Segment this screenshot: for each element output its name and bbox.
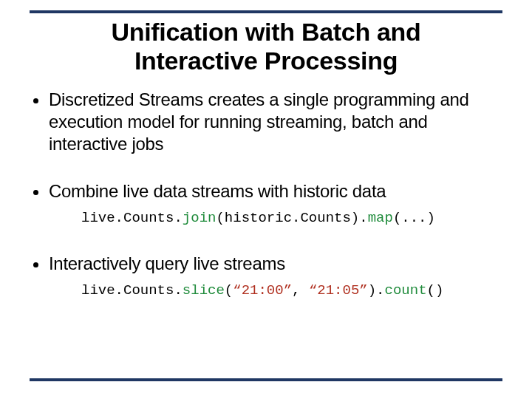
- code-token: live.Counts.: [81, 282, 183, 299]
- divider-top: [30, 10, 502, 13]
- divider-bottom: [30, 378, 502, 381]
- code-token: (): [427, 282, 444, 299]
- code-token: (historic.Counts).: [216, 210, 367, 226]
- bullet-item: Interactively query live streams live.Co…: [49, 253, 502, 300]
- code-function: join: [183, 210, 216, 226]
- code-token: ,: [292, 282, 309, 299]
- code-string: “21:00”: [233, 282, 292, 299]
- code-string: “21:05”: [309, 282, 368, 299]
- code-token: ).: [368, 282, 385, 299]
- code-function: count: [385, 282, 427, 299]
- code-line: live.Counts.slice(“21:00”, “21:05”).coun…: [81, 282, 502, 300]
- bullet-text: Interactively query live streams: [49, 253, 285, 273]
- code-function: map: [368, 210, 393, 226]
- bullet-text: Combine live data streams with historic …: [49, 181, 386, 201]
- code-token: (: [225, 282, 233, 299]
- bullet-list: Discretized Streams creates a single pro…: [30, 89, 502, 300]
- bullet-text: Discretized Streams creates a single pro…: [49, 89, 469, 154]
- code-line: live.Counts.join(historic.Counts).map(..…: [81, 210, 502, 228]
- bullet-item: Combine live data streams with historic …: [49, 180, 502, 228]
- slide-title: Unification with Batch and Interactive P…: [59, 18, 473, 75]
- code-function: slice: [183, 282, 225, 299]
- code-token: live.Counts.: [81, 210, 183, 226]
- code-token: (...): [393, 210, 435, 226]
- slide: Unification with Batch and Interactive P…: [0, 0, 532, 399]
- bullet-item: Discretized Streams creates a single pro…: [49, 89, 502, 155]
